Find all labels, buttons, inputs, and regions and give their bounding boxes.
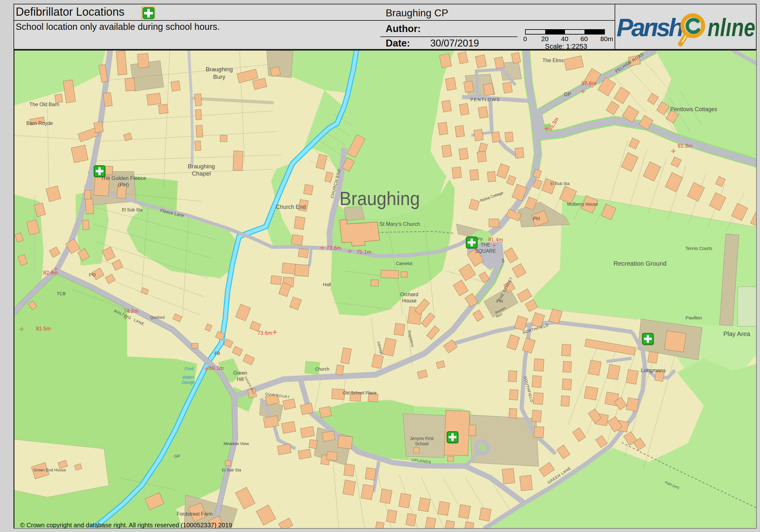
svg-text:Church End: Church End bbox=[276, 204, 306, 210]
svg-text:Barn Royde: Barn Royde bbox=[26, 121, 53, 126]
svg-text:81.4m: 81.4m bbox=[488, 237, 503, 243]
svg-text:FB: FB bbox=[214, 351, 220, 356]
svg-text:Braughing: Braughing bbox=[206, 66, 233, 73]
svg-text:Old School Place: Old School Place bbox=[343, 390, 377, 395]
svg-text:Hill: Hill bbox=[237, 376, 244, 382]
svg-text:House: House bbox=[402, 298, 416, 303]
svg-text:Green: Green bbox=[233, 370, 247, 376]
svg-text:Braughing: Braughing bbox=[188, 163, 215, 169]
svg-text:El Sub Sta: El Sub Sta bbox=[550, 181, 570, 186]
svg-text:The Elms: The Elms bbox=[543, 58, 564, 63]
svg-text:The Golden Fleece: The Golden Fleece bbox=[101, 175, 146, 181]
svg-text:Braughing: Braughing bbox=[340, 187, 420, 209]
svg-text:Water: Water bbox=[182, 375, 194, 380]
svg-text:PO: PO bbox=[89, 272, 96, 277]
svg-text:GP: GP bbox=[174, 454, 180, 459]
svg-text:SQUARE: SQUARE bbox=[475, 248, 496, 254]
svg-text:Parısh: Parısh bbox=[616, 14, 683, 41]
svg-text:Church: Church bbox=[315, 366, 329, 371]
svg-text:El Sub Sta: El Sub Sta bbox=[122, 207, 143, 212]
svg-text:73.6m: 73.6m bbox=[257, 330, 272, 336]
svg-text:School: School bbox=[415, 441, 429, 446]
svg-text:GP: GP bbox=[564, 92, 571, 97]
svg-text:73.6m: 73.6m bbox=[326, 245, 341, 251]
svg-text:TCB: TCB bbox=[57, 291, 66, 296]
svg-text:PENTLOWS: PENTLOWS bbox=[470, 97, 500, 102]
svg-text:PH: PH bbox=[533, 216, 540, 221]
svg-text:Pavilion: Pavilion bbox=[686, 315, 702, 320]
svg-text:Pp: Pp bbox=[478, 236, 483, 241]
svg-text:© Crown copyright and database: © Crown copyright and database right. Al… bbox=[20, 522, 232, 528]
svg-text:THE: THE bbox=[481, 242, 491, 248]
svg-text:Fordstreet Farm: Fordstreet Farm bbox=[177, 511, 213, 517]
svg-text:Gauge: Gauge bbox=[181, 380, 195, 385]
svg-text:Camelot: Camelot bbox=[396, 261, 412, 266]
svg-text:Chapel: Chapel bbox=[192, 170, 211, 177]
svg-text:75.1m: 75.1m bbox=[356, 249, 371, 255]
svg-text:Ford: Ford bbox=[185, 366, 194, 371]
svg-text:Hall: Hall bbox=[323, 282, 331, 287]
svg-text:74.2m: 74.2m bbox=[123, 308, 138, 314]
svg-text:Jenyns First: Jenyns First bbox=[410, 436, 434, 441]
svg-text:87.6m: 87.6m bbox=[581, 80, 596, 86]
svg-text:Tennis Courts: Tennis Courts bbox=[685, 246, 712, 251]
svg-text:91.3m: 91.3m bbox=[677, 143, 692, 149]
svg-text:nlıne: nlıne bbox=[708, 14, 755, 41]
svg-text:Longmans: Longmans bbox=[641, 367, 665, 373]
svg-text:(PH): (PH) bbox=[118, 182, 129, 188]
svg-text:Quinford: Quinford bbox=[150, 315, 165, 320]
svg-text:81.5m: 81.5m bbox=[36, 326, 51, 332]
svg-text:69.1m: 69.1m bbox=[209, 365, 224, 371]
svg-text:Meadow View: Meadow View bbox=[224, 441, 249, 446]
svg-text:El Sub Sta: El Sub Sta bbox=[222, 468, 241, 472]
svg-text:Pentlows Cottages: Pentlows Cottages bbox=[670, 106, 717, 113]
svg-text:Recreation Ground: Recreation Ground bbox=[614, 260, 667, 267]
svg-text:Play Area: Play Area bbox=[723, 330, 750, 337]
svg-text:Orchard: Orchard bbox=[400, 292, 418, 297]
svg-text:St Mary's Church: St Mary's Church bbox=[379, 221, 420, 227]
svg-text:Mulberry House: Mulberry House bbox=[567, 202, 598, 207]
svg-text:Green End House: Green End House bbox=[33, 468, 66, 472]
svg-text:The Old Barn: The Old Barn bbox=[29, 102, 59, 107]
svg-text:Bury: Bury bbox=[213, 73, 225, 80]
